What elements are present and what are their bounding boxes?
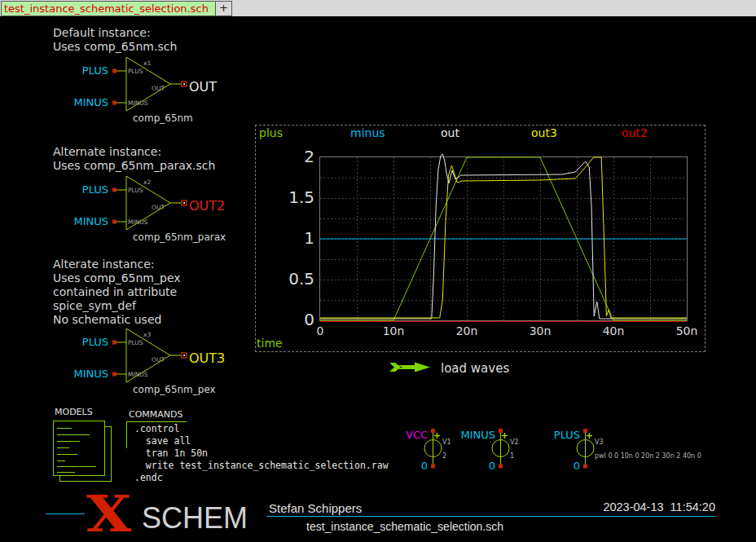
arrow-chevron	[389, 363, 401, 372]
pin-label-out: OUT	[152, 85, 165, 92]
graph-ytick-label: 1.5	[274, 188, 314, 206]
source-value: pwl 0 0 10n 0 20n 2 30n 2 40n 0	[595, 452, 701, 460]
footer-author: Stefan Schippers	[269, 501, 362, 515]
commands-label[interactable]: COMMANDS	[129, 409, 183, 420]
pin-label-out: OUT	[152, 204, 165, 211]
tab-bar: test_instance_schematic_selection.sch +	[0, 0, 756, 16]
gnd-net-label[interactable]: 0	[411, 460, 428, 473]
commands-underline	[126, 421, 187, 422]
footer-datetime: 2023-04-13 11:54:20	[570, 500, 715, 513]
out-pin-center	[183, 83, 185, 85]
source-refdes: V3	[595, 438, 604, 446]
footer-filename: test_instance_schematic_selection.sch	[306, 520, 503, 533]
pin-label-out: OUT	[152, 356, 165, 364]
graph-ytick-label: 2	[274, 148, 314, 165]
net-label-minus[interactable]: MINUS	[47, 96, 108, 109]
plus-pin-square	[112, 188, 116, 192]
instance-name: x2	[143, 178, 151, 186]
instance-note-line[interactable]: Uses comp_65nm_pex	[53, 271, 181, 285]
graph-plot[interactable]	[318, 151, 692, 326]
instance-name: x1	[143, 59, 151, 67]
load-waves-arrow[interactable]	[389, 362, 438, 374]
graph-ytick-label: 0.5	[274, 270, 314, 288]
net-label-minus[interactable]: MINUS	[47, 368, 108, 381]
arrow-body	[398, 363, 430, 372]
out-pin-center	[183, 355, 185, 356]
pin-label-minus: MINUS	[128, 371, 148, 378]
source-value: 1	[510, 452, 514, 460]
plus-pin-square	[112, 69, 116, 73]
vsource-bottom-pin	[583, 465, 587, 469]
minus-pin-square	[112, 220, 116, 224]
schematic-canvas[interactable]: Default instance:Uses comp_65nm.schPLUSM…	[0, 16, 756, 542]
out-pin-center	[183, 202, 185, 204]
instance-note-line[interactable]: Uses comp_65nm.sch	[53, 40, 177, 54]
instance-name: x3	[143, 331, 151, 338]
source-refdes: V2	[510, 438, 519, 446]
gnd-net-label[interactable]: 0	[479, 460, 495, 473]
graph-ytick-label: 1	[274, 229, 314, 247]
net-label-plus[interactable]: PLUS	[47, 64, 108, 77]
vsource-top-pin	[499, 429, 503, 433]
commands-bracket	[126, 421, 127, 448]
graph-xtick-label: 40n	[593, 325, 634, 337]
source-value: 2	[442, 452, 446, 460]
vsource-top-pin	[431, 429, 435, 433]
instance-note-line[interactable]: Uses comp_65nm_parax.sch	[53, 159, 215, 173]
instance-note-line[interactable]: Alterate instance:	[53, 258, 154, 271]
vsource-bottom-pin	[431, 465, 435, 469]
logo-x: X	[86, 489, 131, 540]
vsource-bottom-pin	[499, 465, 503, 469]
net-label-out[interactable]: OUT2	[189, 200, 225, 213]
plus-pin-square	[112, 341, 116, 345]
models-label[interactable]: MODELS	[55, 407, 93, 417]
net-label-out[interactable]: OUT3	[189, 352, 225, 365]
graph-xtick-label: 10n	[373, 325, 414, 337]
graph-legend-out2[interactable]: out2	[622, 127, 648, 139]
instance-note-line[interactable]: contained in attribute	[53, 285, 177, 299]
load-waves-label[interactable]: load waves	[441, 361, 509, 376]
graph-xlabel: time	[257, 337, 283, 350]
gnd-net-label[interactable]: 0	[564, 460, 580, 473]
logo-schem: SCHEM	[142, 503, 248, 534]
minus-pin-square	[112, 101, 116, 105]
pin-label-plus: PLUS	[128, 68, 143, 75]
new-tab-button[interactable]: +	[215, 1, 232, 16]
graph-legend-minus[interactable]: minus	[350, 127, 385, 139]
instance-note-line[interactable]: Default instance:	[53, 26, 151, 40]
pin-label-plus: PLUS	[128, 187, 143, 194]
net-label-out[interactable]: OUT	[189, 81, 217, 94]
graph-xtick-label: 50n	[666, 325, 707, 337]
symbol-name-label[interactable]: comp_65nm_pex	[133, 384, 216, 395]
pin-label-plus: PLUS	[128, 339, 143, 346]
graph-xtick-label: 20n	[446, 325, 487, 337]
graph-xtick-label: 30n	[520, 325, 560, 337]
tab-current[interactable]: test_instance_schematic_selection.sch	[1, 1, 217, 16]
net-label-plus[interactable]: PLUS	[47, 183, 108, 196]
pin-label-minus: MINUS	[128, 218, 148, 226]
vsource-top-pin	[583, 429, 587, 433]
xschem-window: test_instance_schematic_selection.sch + …	[0, 0, 756, 542]
symbol-name-label[interactable]: comp_65nm	[133, 112, 193, 124]
footer-left-line	[46, 513, 85, 514]
instance-note-line[interactable]: No schematic used	[53, 313, 161, 327]
graph-xtick-label: 0	[300, 325, 341, 337]
net-label-minus[interactable]: MINUS	[47, 215, 108, 228]
net-label-plus[interactable]: PLUS	[47, 336, 108, 349]
graph-legend-out[interactable]: out	[441, 127, 459, 139]
footer-underline	[266, 516, 715, 517]
minus-pin-square	[112, 372, 116, 377]
graph-legend-plus[interactable]: plus	[259, 127, 283, 139]
models-box-icon[interactable]	[52, 420, 116, 485]
instance-note-line[interactable]: spice_sym_def	[53, 299, 136, 313]
instance-note-line[interactable]: Alternate instance:	[53, 145, 161, 159]
pin-label-minus: MINUS	[128, 99, 148, 107]
symbol-name-label[interactable]: comp_65nm_parax	[133, 231, 226, 243]
spice-commands-text[interactable]: .control save all tran 1n 50n write test…	[134, 423, 389, 484]
graph-legend-out3[interactable]: out3	[531, 127, 557, 139]
